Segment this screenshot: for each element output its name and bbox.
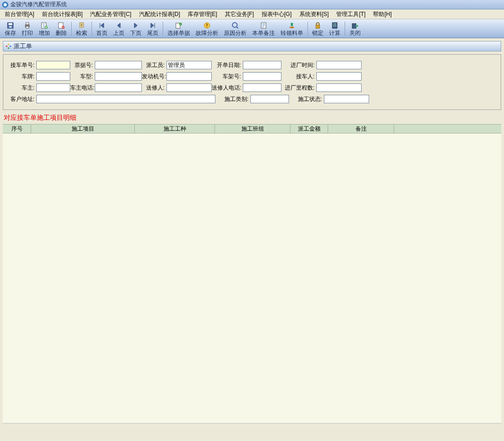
print-button[interactable]: 打印 [19, 20, 36, 37]
first-icon [98, 21, 106, 30]
input-sender-phone[interactable] [243, 83, 281, 92]
svg-rect-19 [316, 25, 320, 28]
menu-inventory[interactable]: 库存管理[E] [184, 9, 221, 19]
svg-rect-21 [333, 24, 336, 25]
app-icon [2, 1, 8, 8]
delete-button[interactable]: 删除 [53, 20, 70, 37]
col-seq[interactable]: 序号 [3, 125, 31, 133]
label-receipt-no: 接车单号: [7, 61, 36, 69]
svg-rect-7 [26, 26, 29, 28]
menu-parts-business[interactable]: 汽配业务管理[C] [86, 9, 135, 19]
window-titlebar: 金骏汽修汽配管理系统 [0, 0, 504, 9]
grid-body[interactable] [3, 133, 501, 424]
lock-icon [314, 21, 322, 30]
input-open-date[interactable] [243, 61, 281, 69]
cause-analysis-button[interactable]: 原因分析 [221, 20, 249, 37]
col-amount[interactable]: 派工金额 [290, 125, 328, 133]
input-model[interactable] [95, 72, 142, 81]
col-project[interactable]: 施工项目 [31, 125, 135, 133]
form-frame: 接车单号: 票据号: 派工员: 开单日期: 进厂时间: 车牌: 车型: 发动机号… [3, 54, 501, 110]
label-dispatcher: 派工员: [142, 61, 166, 69]
svg-rect-24 [352, 24, 356, 28]
input-plate[interactable] [36, 72, 70, 81]
toolbar-separator [307, 22, 308, 36]
label-ticket-no: 票据号: [70, 61, 95, 69]
transfer-icon [288, 21, 296, 30]
toolbar-separator [163, 22, 163, 36]
toolbar: 保存 打印 增加 删除 检索 首页 上页 下页 尾页 选择单据 故障分析 [0, 19, 504, 38]
label-plate: 车牌: [7, 73, 36, 81]
menu-parts-reports[interactable]: 汽配统计报表[D] [135, 9, 184, 19]
menu-report-center[interactable]: 报表中心[G] [258, 9, 296, 19]
transfer-button[interactable]: 转领料单 [278, 20, 306, 37]
svg-rect-22 [333, 25, 334, 26]
lock-button[interactable]: 锁定 [309, 20, 326, 37]
svg-point-18 [289, 26, 294, 28]
panel-header: 派工单 [3, 41, 501, 51]
menu-tools[interactable]: 管理工具[T] [332, 9, 369, 19]
menu-other[interactable]: 其它业务[F] [221, 9, 258, 19]
next-page-button[interactable]: 下页 [127, 20, 144, 37]
calc-button[interactable]: 计算 [326, 20, 343, 37]
input-address[interactable] [36, 95, 215, 103]
remark-icon [260, 21, 267, 30]
input-work-status[interactable] [324, 95, 369, 103]
print-icon [24, 21, 31, 30]
window-title: 金骏汽修汽配管理系统 [10, 0, 67, 8]
calc-icon [331, 21, 339, 30]
toolbar-separator [345, 22, 345, 36]
close-button[interactable]: 关闭 [347, 20, 364, 37]
input-engine-no[interactable] [166, 72, 212, 81]
svg-rect-6 [26, 23, 29, 25]
col-work-type[interactable]: 施工工种 [135, 125, 215, 133]
select-order-button[interactable]: 选择单据 [165, 20, 193, 37]
label-work-type: 施工类别: [215, 95, 250, 103]
input-work-type[interactable] [250, 95, 289, 103]
svg-rect-3 [8, 23, 12, 25]
grid-header: 序号 施工项目 施工工种 施工班组 派工金额 备注 [3, 124, 501, 133]
fault-analysis-button[interactable]: 故障分析 [193, 20, 221, 37]
input-ticket-no[interactable] [95, 61, 142, 69]
label-mileage: 进厂里程数: [281, 84, 316, 92]
search-button[interactable]: 检索 [73, 20, 90, 37]
menu-front-reports[interactable]: 前台统计报表[B] [38, 9, 87, 19]
prev-page-button[interactable]: 上页 [110, 20, 127, 37]
label-sender: 送修人: [142, 84, 166, 92]
label-owner-phone: 车主电话: [70, 84, 95, 92]
input-receipt-no[interactable] [36, 61, 70, 69]
menubar: 前台管理[A] 前台统计报表[B] 汽配业务管理[C] 汽配统计报表[D] 库存… [0, 9, 504, 19]
first-page-button[interactable]: 首页 [93, 20, 110, 37]
save-icon [7, 21, 14, 30]
input-owner-phone[interactable] [95, 83, 142, 92]
order-remark-button[interactable]: 本单备注 [249, 20, 278, 37]
input-dispatcher[interactable] [166, 61, 212, 69]
label-sender-phone: 送修人电话: [212, 84, 243, 92]
svg-rect-23 [335, 25, 336, 26]
last-icon [149, 21, 157, 30]
save-button[interactable]: 保存 [2, 20, 19, 37]
label-model: 车型: [70, 73, 95, 81]
menu-help[interactable]: 帮助[H] [369, 9, 395, 19]
input-mileage[interactable] [316, 83, 362, 92]
label-receiver: 接车人: [281, 73, 316, 81]
menu-system[interactable]: 系统资料[S] [296, 9, 333, 19]
add-button[interactable]: 增加 [36, 20, 53, 37]
delete-icon [58, 21, 65, 30]
label-owner: 车主: [7, 84, 36, 92]
label-work-status: 施工状态: [289, 95, 324, 103]
svg-rect-20 [332, 23, 337, 28]
input-frame-no[interactable] [243, 72, 281, 81]
input-sender[interactable] [166, 83, 212, 92]
add-icon [41, 21, 48, 30]
select-order-icon [175, 21, 182, 30]
menu-front[interactable]: 前台管理[A] [1, 9, 38, 19]
label-open-date: 开单日期: [212, 61, 243, 69]
last-page-button[interactable]: 尾页 [144, 20, 161, 37]
label-engine-no: 发动机号: [142, 73, 166, 81]
input-enter-time[interactable] [316, 61, 362, 69]
input-owner[interactable] [36, 83, 70, 92]
col-team[interactable]: 施工班组 [215, 125, 290, 133]
input-receiver[interactable] [316, 72, 362, 81]
svg-point-16 [232, 23, 237, 27]
col-remark[interactable]: 备注 [328, 125, 394, 133]
